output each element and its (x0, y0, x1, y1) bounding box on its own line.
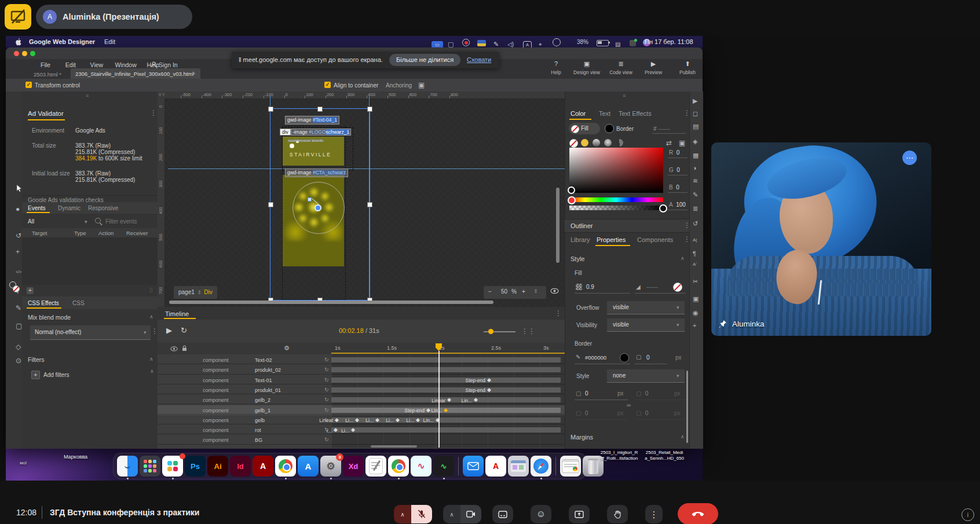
radius-field-3[interactable]: ▢ 0 px (575, 408, 628, 420)
top-button-help[interactable]: Help (551, 69, 561, 75)
alpha-slider[interactable] (569, 206, 663, 210)
tab-color[interactable]: Color (571, 110, 586, 117)
selection-handle[interactable] (367, 202, 372, 207)
dock-minimized-window[interactable] (560, 456, 581, 477)
tab-text-effects[interactable]: Text Effects (619, 110, 652, 117)
zoom-tool[interactable]: ⊙ (16, 357, 21, 365)
dock-indesign[interactable]: Id (230, 456, 251, 477)
row-track-bar[interactable] (331, 387, 561, 393)
stop-presenting-button[interactable] (5, 4, 31, 30)
tab-properties[interactable]: Properties (597, 236, 626, 243)
right-strip-icon-11[interactable]: ¶ (693, 250, 696, 257)
right-strip-icon-13[interactable]: ✂ (693, 278, 698, 285)
swatch-gradient-1[interactable] (593, 139, 600, 146)
row-link-icon[interactable]: ↻ (324, 377, 329, 383)
right-strip-icon-8[interactable]: ≣ (693, 205, 698, 212)
row-link-icon[interactable]: ↻ (324, 407, 329, 413)
tab-css-effects[interactable]: CSS Effects (28, 300, 59, 306)
tab-text[interactable]: Text (599, 110, 610, 117)
tile-options-button[interactable]: ⋯ (902, 151, 917, 165)
top-button-publish[interactable]: Publish (679, 69, 696, 75)
timeline-row-rot[interactable]: componentrot↻◆i...◆Li... (158, 425, 565, 435)
selection-handle[interactable] (268, 202, 273, 207)
filters-collapse-icon[interactable]: ∧ (149, 357, 153, 362)
keyframe-Li...[interactable]: ◆ (375, 417, 379, 423)
keyframe-Li...[interactable]: ◆ (396, 417, 400, 423)
chip-cta[interactable]: gwd-image #CTA_schwarz (285, 168, 348, 177)
border-color-field[interactable]: ✎ #000000 (575, 351, 630, 364)
tab-inactive[interactable]: 2503.html * (34, 71, 61, 78)
tag-tool[interactable]: </> (16, 270, 21, 274)
dock-files-window[interactable] (508, 456, 529, 477)
canvas-hscrollbar[interactable] (169, 301, 493, 304)
zoom-in-button[interactable]: + (522, 288, 525, 295)
desktop-label-2[interactable]: мої (20, 460, 27, 466)
swatch-yellow[interactable] (581, 139, 588, 146)
breadcrumb-stepper-icon[interactable]: ⇕ (197, 290, 202, 295)
chip-text04[interactable]: gwd-image #Text-04_1 (285, 116, 339, 124)
events-filter-caret-icon[interactable]: ▾ (85, 219, 87, 225)
add-event-button[interactable]: + (27, 287, 34, 294)
menubar-edit[interactable]: Edit (104, 38, 115, 45)
timeline-tab[interactable]: Timeline (165, 310, 189, 317)
right-strip-icon-4[interactable]: ▦ (693, 152, 699, 159)
row-track-bar[interactable] (331, 367, 561, 372)
top-button-preview[interactable]: Preview (645, 69, 662, 75)
tab-active[interactable]: 2306_Stairville_Infinite_Pixel_300x600_v… (71, 68, 200, 79)
radius-field-2[interactable]: ▢ 0 px (635, 388, 685, 400)
timeline-row-produkt_02[interactable]: componentprodukt_02↻ (158, 365, 565, 375)
right-strip-icon-5[interactable]: ◑ (693, 164, 697, 171)
sign-in-label[interactable]: Sign In (159, 61, 178, 68)
color-field-knob[interactable] (568, 186, 575, 194)
dock-acrobat-reader[interactable]: A (485, 456, 506, 477)
right-strip-icon-16[interactable]: + (693, 322, 696, 329)
right-strip-icon-10[interactable]: A| (693, 237, 697, 243)
timeline-options-icon[interactable]: ⋮⋮ (521, 328, 535, 335)
fill-toggle[interactable]: Fill (569, 123, 600, 134)
events-table-empty[interactable] (22, 237, 158, 285)
margins-collapse-icon[interactable]: ∧ (681, 434, 685, 439)
leave-call-button[interactable] (678, 503, 718, 524)
r-input[interactable]: 0 (677, 149, 680, 156)
transform-control-checkbox[interactable]: ✓ (25, 82, 32, 88)
raise-hand-button[interactable] (607, 505, 628, 523)
swatch-none[interactable] (569, 139, 578, 148)
breadcrumb-element[interactable]: Div (204, 289, 212, 295)
swap-colors-icon[interactable]: ⇄ (666, 140, 672, 146)
border-toggle-label[interactable]: Border (616, 126, 634, 132)
keyframe-Li...[interactable]: ◆ (355, 417, 359, 423)
timeline-row-produkt_01[interactable]: componentprodukt_01↻◆Step-end (158, 385, 565, 395)
fill-color-field[interactable]: ◢ ------ (635, 281, 686, 294)
swatch-gradient-3[interactable] (616, 139, 623, 146)
border-swatch-icon[interactable] (605, 124, 614, 133)
keyframe-Linear[interactable]: ◆ (447, 397, 451, 402)
camera-button[interactable]: ∧ (443, 505, 481, 523)
selection-handle[interactable] (268, 107, 273, 112)
keyframe-Step-end[interactable]: ◆ (426, 408, 430, 413)
rect-tool[interactable]: ▢ (16, 322, 22, 330)
swatch-gradient-2[interactable] (604, 139, 612, 146)
mic-button[interactable]: ∧ (394, 505, 432, 523)
chip-logo[interactable]: div-image #LOGOschwarz_1 (280, 129, 351, 137)
selection-handle[interactable] (367, 107, 372, 112)
keyframe-Lin...[interactable]: ◆ (444, 408, 448, 413)
color-field[interactable] (569, 148, 663, 193)
present-button[interactable] (569, 505, 590, 523)
timeline-play-button[interactable]: ▶ (166, 326, 172, 335)
b-input[interactable]: 0 (676, 184, 679, 190)
tab-components[interactable]: Components (637, 236, 673, 243)
dock-adobe-xd[interactable]: Xd (343, 456, 364, 477)
radius-field-1[interactable]: ▢ 0 px (575, 388, 628, 400)
shape-tool[interactable]: ● (16, 205, 20, 213)
dock-google-web-designer[interactable] (388, 456, 409, 477)
dock-safari[interactable] (531, 456, 551, 477)
row-link-icon[interactable]: ↻ (324, 357, 329, 362)
timeline-row-gelb[interactable]: componentgelb↻◆Linear◆Li...◆Li...◆Li...◆… (158, 415, 565, 425)
dock-notes[interactable] (365, 456, 386, 477)
mic-expand-icon[interactable]: ∧ (400, 511, 404, 518)
keyframe-Li...[interactable]: ◆ (416, 417, 420, 423)
dock-activity-monitor[interactable]: ∿ (433, 456, 454, 477)
timeline-hscrollbar[interactable] (371, 445, 417, 448)
copy-color-icon[interactable]: ▣ (679, 140, 685, 146)
keyframe-Step-end[interactable]: ◆ (487, 387, 491, 393)
